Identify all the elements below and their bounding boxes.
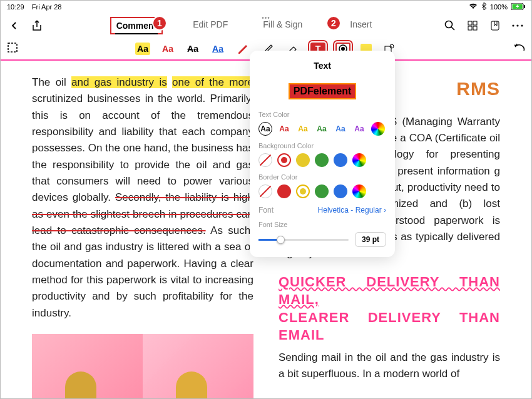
back-button[interactable] bbox=[7, 18, 22, 33]
bgcolor-custom[interactable] bbox=[352, 153, 366, 167]
image-row bbox=[32, 334, 253, 399]
svg-rect-7 bbox=[473, 26, 477, 30]
bgcolor-none[interactable] bbox=[258, 153, 272, 167]
undo-button[interactable] bbox=[514, 43, 525, 54]
underline-tool[interactable]: Aa bbox=[210, 43, 225, 55]
text-style-popup: Text PDFelement Text Color Aa Aa Aa Aa A… bbox=[250, 51, 395, 257]
bordercolor-yellow[interactable] bbox=[296, 184, 310, 198]
textcolor-custom[interactable] bbox=[371, 122, 385, 136]
bg-color-swatches bbox=[258, 153, 386, 167]
share-button[interactable] bbox=[29, 18, 44, 33]
popup-title: Text bbox=[258, 61, 386, 71]
strikethrough-tool[interactable]: Aa bbox=[185, 43, 200, 55]
svg-rect-6 bbox=[468, 26, 472, 30]
battery-text: 100% bbox=[490, 3, 508, 11]
text-color-swatches: Aa Aa Aa Aa Aa Aa bbox=[258, 122, 386, 136]
bgcolor-green[interactable] bbox=[315, 153, 329, 167]
svg-rect-4 bbox=[468, 21, 472, 25]
textcolor-purple[interactable]: Aa bbox=[352, 122, 366, 136]
pen-tool[interactable] bbox=[235, 43, 250, 55]
textcolor-black[interactable]: Aa bbox=[258, 122, 272, 136]
border-color-label: Border Color bbox=[258, 173, 386, 181]
text-color-label: Text Color bbox=[258, 111, 386, 118]
bordercolor-blue[interactable] bbox=[334, 184, 347, 198]
fontsize-value[interactable]: 39 pt bbox=[355, 232, 386, 247]
svg-point-11 bbox=[521, 24, 523, 26]
mode-tabs: Comment Edit PDF Fill & Sign Insert bbox=[52, 17, 435, 34]
thumbnails-button[interactable] bbox=[465, 18, 480, 33]
bordercolor-none[interactable] bbox=[258, 184, 272, 198]
status-date: Fri Apr 28 bbox=[32, 3, 62, 11]
app-toolbar: ••• Comment Edit PDF Fill & Sign Insert bbox=[1, 13, 531, 38]
svg-point-10 bbox=[516, 24, 518, 26]
border-color-swatches bbox=[258, 184, 386, 198]
bordercolor-custom[interactable] bbox=[352, 184, 366, 198]
paragraph-1[interactable]: The oil and gas industry is one of the m… bbox=[32, 74, 253, 321]
highlight-tool[interactable]: Aa bbox=[135, 43, 150, 55]
bg-color-label: Background Color bbox=[258, 142, 386, 149]
svg-rect-12 bbox=[8, 43, 17, 52]
textcolor-blue[interactable]: Aa bbox=[334, 122, 347, 136]
paragraph-3[interactable]: Sending mail in the oil and the gas indu… bbox=[279, 350, 500, 383]
bluetooth-icon bbox=[481, 3, 486, 11]
heading-quicker[interactable]: QUICKER DELIVERY THAN MAIL, CLEARER DELI… bbox=[279, 273, 500, 345]
search-button[interactable] bbox=[442, 18, 458, 33]
text-sample[interactable]: PDFelement bbox=[289, 83, 356, 99]
tab-edit-pdf[interactable]: Edit PDF bbox=[188, 17, 233, 34]
svg-rect-5 bbox=[473, 21, 477, 25]
status-time: 10:29 bbox=[7, 3, 24, 11]
font-picker[interactable]: Helvetica - Regular › bbox=[318, 206, 386, 215]
svg-point-9 bbox=[512, 24, 514, 26]
callout-1: 1 bbox=[152, 16, 167, 31]
bordercolor-red[interactable] bbox=[277, 184, 291, 198]
textcolor-red[interactable]: Aa bbox=[277, 122, 291, 136]
svg-rect-2 bbox=[524, 5, 525, 8]
bgcolor-yellow[interactable] bbox=[296, 153, 310, 167]
bordercolor-green[interactable] bbox=[315, 184, 329, 198]
tab-fill-sign[interactable]: Fill & Sign bbox=[258, 17, 307, 34]
textcolor-yellow[interactable]: Aa bbox=[296, 122, 310, 136]
fontsize-slider[interactable] bbox=[258, 239, 349, 241]
font-label: Font bbox=[258, 206, 274, 215]
callout-2: 2 bbox=[326, 16, 341, 31]
svg-point-3 bbox=[446, 21, 453, 28]
battery-icon bbox=[511, 3, 525, 11]
fontsize-label: Font Size bbox=[258, 221, 386, 228]
bgcolor-red[interactable] bbox=[277, 153, 291, 167]
bgcolor-blue[interactable] bbox=[334, 153, 347, 167]
status-bar: 10:29 Fri Apr 28 100% bbox=[1, 1, 531, 13]
bookmark-button[interactable] bbox=[488, 18, 503, 33]
selection-tool[interactable] bbox=[7, 42, 18, 56]
svg-rect-8 bbox=[491, 21, 499, 30]
wifi-icon bbox=[469, 3, 478, 11]
text-color-tool[interactable]: Aa bbox=[160, 43, 175, 55]
tab-insert[interactable]: Insert bbox=[345, 17, 377, 34]
textcolor-green[interactable]: Aa bbox=[315, 122, 329, 136]
more-button[interactable] bbox=[510, 18, 525, 33]
